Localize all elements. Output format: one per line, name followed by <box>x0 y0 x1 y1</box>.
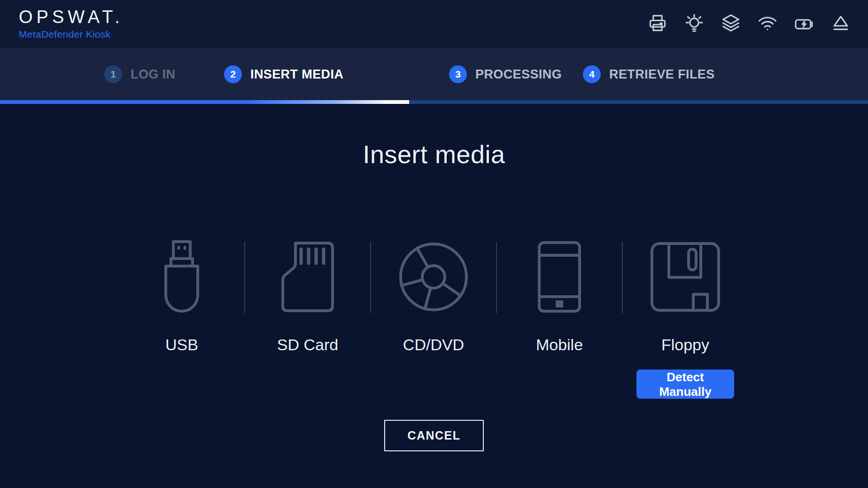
progress-fill <box>0 100 409 104</box>
divider <box>370 242 371 313</box>
kiosk-screen: OPSWAT. MetaDefender Kiosk <box>0 0 868 488</box>
header-status-icons <box>647 13 851 33</box>
wizard-progress-bar <box>0 100 868 104</box>
media-item-floppy[interactable]: Floppy Detect Manually <box>622 239 748 399</box>
divider <box>496 242 497 313</box>
media-item-label: CD/DVD <box>403 336 464 354</box>
media-options-row: USB SD Card <box>119 239 748 399</box>
step-label: PROCESSING <box>475 67 562 82</box>
step-number-badge: 2 <box>224 65 242 83</box>
divider <box>622 242 623 313</box>
step-number-badge: 1 <box>104 65 122 83</box>
step-item-log-in: 1 LOG IN <box>104 48 175 100</box>
cancel-button[interactable]: CANCEL <box>384 420 484 451</box>
step-label: RETRIEVE FILES <box>609 67 715 82</box>
divider <box>244 242 245 313</box>
media-item-sd-card[interactable]: SD Card <box>245 239 371 399</box>
step-label: INSERT MEDIA <box>250 67 343 82</box>
product-name: MetaDefender Kiosk <box>19 29 124 40</box>
header-bar: OPSWAT. MetaDefender Kiosk <box>0 0 868 48</box>
step-item-processing: 3 PROCESSING <box>449 48 562 100</box>
page-title: Insert media <box>0 140 868 169</box>
step-number-badge: 3 <box>449 65 467 83</box>
step-item-insert-media: 2 INSERT MEDIA <box>224 48 343 100</box>
media-item-label: Mobile <box>536 336 583 354</box>
media-item-mobile[interactable]: Mobile <box>496 239 622 399</box>
eject-icon[interactable] <box>830 13 851 33</box>
usb-flash-drive-icon <box>163 239 201 315</box>
media-item-label: USB <box>165 336 198 354</box>
media-item-usb[interactable]: USB <box>119 239 245 399</box>
opswat-logo: OPSWAT. <box>19 8 124 27</box>
floppy-disk-icon <box>650 239 721 315</box>
media-item-cd-dvd[interactable]: CD/DVD <box>371 239 496 399</box>
step-label: LOG IN <box>131 67 175 82</box>
media-item-label: SD Card <box>277 336 338 354</box>
step-item-retrieve-files: 4 RETRIEVE FILES <box>583 48 715 100</box>
mobile-phone-icon <box>538 239 581 315</box>
battery-charging-icon[interactable] <box>794 13 814 33</box>
cd-dvd-icon <box>398 239 469 315</box>
lamp-icon[interactable] <box>684 13 705 33</box>
detect-manually-button[interactable]: Detect Manually <box>636 370 734 399</box>
sd-card-icon <box>281 239 334 315</box>
layers-icon[interactable] <box>721 13 741 33</box>
brand-block: OPSWAT. MetaDefender Kiosk <box>19 8 124 40</box>
printer-icon[interactable] <box>647 13 668 33</box>
step-number-badge: 4 <box>583 65 601 83</box>
progress-track <box>409 100 868 104</box>
wizard-steps-bar: 1 LOG IN 2 INSERT MEDIA 3 PROCESSING 4 R… <box>0 48 868 100</box>
media-item-label: Floppy <box>661 336 709 354</box>
wifi-icon[interactable] <box>757 13 778 33</box>
